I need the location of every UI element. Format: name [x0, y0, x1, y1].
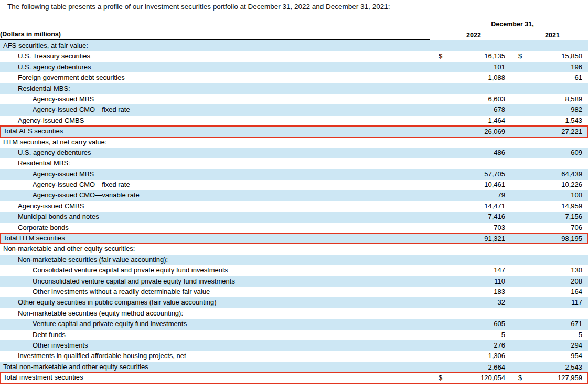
value-2021: 294	[527, 340, 588, 351]
value-2021	[527, 255, 588, 265]
row-label: Total AFS securities	[0, 126, 437, 137]
table-row: Consolidated venture capital and private…	[0, 265, 588, 276]
column-header-2021: 2021	[517, 29, 588, 40]
value-2022: 14,471	[447, 201, 510, 212]
row-label: Other investments without a readily dete…	[0, 287, 437, 297]
value-2022	[447, 244, 510, 254]
table-row: Investments in qualified affordable hous…	[0, 351, 588, 361]
table-row: Total AFS securities 26,069 27,221	[0, 126, 588, 137]
dollar-sign-2021	[517, 104, 527, 115]
column-gap	[510, 276, 517, 287]
dollar-sign-2021	[517, 148, 527, 158]
value-2021: 5	[527, 330, 588, 340]
table-row: Non-marketable securities (equity method…	[0, 308, 588, 319]
table-row: Residential MBS:	[0, 83, 588, 94]
row-label: Municipal bonds and notes	[0, 212, 437, 222]
value-2022	[447, 83, 510, 94]
value-2021	[527, 40, 588, 51]
value-2021: 7,156	[527, 212, 588, 222]
row-label: Agency-issued MBS	[0, 94, 437, 104]
value-2021: 954	[527, 351, 588, 361]
table-row: Agency-issued MBS 6,603 8,589	[0, 94, 588, 104]
value-2022: 486	[447, 148, 510, 158]
value-2022: 16,135	[447, 51, 510, 61]
value-2021: 196	[527, 62, 588, 72]
dollar-sign-2021: $	[517, 51, 527, 61]
column-gap	[510, 372, 517, 383]
row-label: U.S. agency debentures	[0, 148, 437, 158]
table-row: Agency-issued MBS 57,705 64,439	[0, 169, 588, 180]
value-2021: 130	[527, 265, 588, 276]
row-label: Non-marketable securities (fair value ac…	[0, 255, 437, 265]
dollar-sign-2022	[437, 340, 447, 351]
column-gap	[510, 72, 517, 83]
dollar-sign-2022	[437, 116, 447, 126]
column-gap	[510, 362, 517, 372]
table-row: Agency-issued CMO—fixed rate 678 982	[0, 104, 588, 115]
table-header-date-row: December 31,	[0, 17, 588, 29]
dollar-sign-2021	[517, 340, 527, 351]
dollar-sign-2021: $	[517, 372, 527, 383]
value-2021: 127,959	[527, 372, 588, 383]
value-2022	[447, 308, 510, 319]
value-2022: 1,464	[447, 116, 510, 126]
table-row: Other investments 276 294	[0, 340, 588, 351]
dollar-sign-2021	[517, 255, 527, 265]
column-gap	[510, 190, 517, 201]
dollar-sign-2022	[437, 62, 447, 72]
dollar-sign-2021	[517, 308, 527, 319]
column-gap	[510, 244, 517, 254]
value-2021: 117	[527, 297, 588, 308]
row-label: Total non-marketable and other equity se…	[0, 362, 437, 372]
column-gap	[510, 158, 517, 169]
value-2021: 98,195	[527, 233, 588, 244]
dollar-sign-2021	[517, 297, 527, 308]
value-2022: 79	[447, 190, 510, 201]
value-2022: 120,054	[447, 372, 510, 383]
dollar-sign-2022	[437, 319, 447, 329]
value-2021: 100	[527, 190, 588, 201]
column-gap	[510, 116, 517, 126]
value-2022: 703	[447, 223, 510, 233]
table-body: AFS securities, at fair value: U.S. Trea…	[0, 40, 588, 383]
row-label: Consolidated venture capital and private…	[0, 265, 437, 276]
value-2022: 91,321	[447, 233, 510, 244]
table-row: Other equity securities in public compan…	[0, 297, 588, 308]
column-gap	[510, 340, 517, 351]
table-row: Non-marketable and other equity securiti…	[0, 244, 588, 254]
dollar-sign-2022	[437, 201, 447, 212]
row-label: Debt funds	[0, 330, 437, 340]
row-label: Agency-issued CMBS	[0, 116, 437, 126]
column-gap	[510, 169, 517, 180]
column-gap	[510, 29, 517, 40]
dollar-sign-2021	[517, 137, 527, 148]
column-gap	[510, 104, 517, 115]
dollar-sign-2022	[437, 137, 447, 148]
value-2022: 7,416	[447, 212, 510, 222]
table-row: Non-marketable securities (fair value ac…	[0, 255, 588, 265]
value-2022: 1,088	[447, 72, 510, 83]
table-row: Total HTM securities 91,321 98,195	[0, 233, 588, 244]
dollar-sign-2022	[437, 190, 447, 201]
dollar-sign-2022	[437, 233, 447, 244]
dollar-sign-2021	[517, 319, 527, 329]
column-gap	[510, 40, 517, 51]
value-2021: 2,543	[527, 362, 588, 372]
value-2021	[527, 137, 588, 148]
dollar-sign-2021	[517, 116, 527, 126]
value-2021: 27,221	[527, 126, 588, 137]
dollar-sign-2022	[437, 169, 447, 180]
table-row: HTM securities, at net carry value:	[0, 137, 588, 148]
dollar-sign-2022	[437, 94, 447, 104]
dollar-sign-2021	[517, 190, 527, 201]
dollar-sign-2022	[437, 40, 447, 51]
dollar-sign-2022	[437, 287, 447, 297]
value-2021: 164	[527, 287, 588, 297]
row-label: Corporate bonds	[0, 223, 437, 233]
value-2021: 706	[527, 223, 588, 233]
value-2022: 678	[447, 104, 510, 115]
dollar-sign-2021	[517, 276, 527, 287]
value-2021: 208	[527, 276, 588, 287]
value-2022	[447, 40, 510, 51]
units-label: (Dollars in millions)	[0, 29, 430, 40]
